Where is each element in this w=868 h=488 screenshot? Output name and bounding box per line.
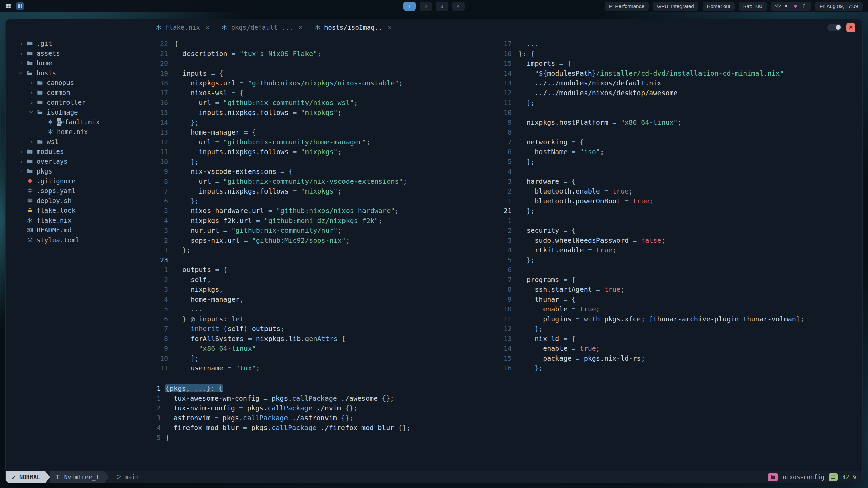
- code-line[interactable]: 7 inputs.nixpkgs.follows = "nixpkgs";: [150, 186, 493, 196]
- tree-item-flake-nix[interactable]: flake.nix: [6, 215, 150, 225]
- code-line[interactable]: 8 forAllSystems = nixpkgs.lib.genAttrs [: [150, 334, 493, 344]
- code-line[interactable]: 9 nix-vscode-extensions = {: [150, 167, 493, 177]
- code-line[interactable]: 11 plugins = with pkgs.xfce; [thunar-arc…: [493, 314, 862, 324]
- code-line[interactable]: 8 ssh.startAgent = true;: [493, 285, 862, 294]
- code-line[interactable]: 3 nur.url = "github:nix-community/nur";: [150, 226, 493, 236]
- tree-item-overlays[interactable]: ›overlays: [6, 156, 150, 166]
- code-line[interactable]: 5}: [150, 433, 862, 443]
- code-line[interactable]: 4 rtkit.enable = true;: [493, 245, 862, 255]
- tree-item-home[interactable]: ›home: [6, 58, 150, 68]
- code-line[interactable]: 13 home-manager = {: [150, 127, 493, 137]
- code-line[interactable]: 6 };: [150, 196, 493, 206]
- tab-close-icon[interactable]: ×: [205, 24, 209, 31]
- code-line[interactable]: 20: [150, 59, 493, 68]
- tab-flake-nix[interactable]: flake.nix×: [150, 19, 215, 36]
- tab-hosts-isoimag-[interactable]: hosts/isoImag..×: [309, 19, 398, 36]
- code-line[interactable]: 17 nixos-wsl = {: [150, 88, 493, 98]
- status-pill[interactable]: GPU: Integrated: [653, 2, 698, 11]
- wifi-icon[interactable]: [775, 3, 781, 9]
- chevron-right-icon[interactable]: ›: [17, 39, 25, 47]
- status-pill[interactable]: Bat: 100: [739, 2, 767, 11]
- code-line[interactable]: 12 url = "github:nix-community/home-mana…: [150, 137, 493, 147]
- code-line[interactable]: 7 inherit (self) outputs;: [150, 324, 493, 334]
- code-line[interactable]: 8 url = "github:nix-community/nix-vscode…: [150, 177, 493, 186]
- code-line[interactable]: 9 nixpkgs.hostPlatform = "x86_64-linux";: [493, 118, 862, 127]
- chevron-right-icon[interactable]: ›: [17, 59, 25, 67]
- code-line[interactable]: 15 imports = [: [493, 59, 862, 68]
- tree-item-flake-lock[interactable]: flake.lock: [6, 205, 150, 215]
- tree-item-default-nix[interactable]: default.nix: [6, 117, 150, 127]
- code-line[interactable]: 4 firefox-mod-blur = pkgs.callPackage ./…: [150, 423, 862, 433]
- code-line[interactable]: 3 nixpkgs,: [150, 285, 493, 294]
- tab-close-icon[interactable]: ×: [298, 24, 302, 31]
- window-toggle[interactable]: [827, 24, 842, 31]
- code-line[interactable]: 5 nixos-hardware.url = "github:nixos/nix…: [150, 206, 493, 216]
- code-line[interactable]: 3 sudo.wheelNeedsPassword = false;: [493, 236, 862, 245]
- tree-item-stylua-toml[interactable]: stylua.toml: [6, 235, 150, 245]
- code-line[interactable]: 21 };: [493, 206, 862, 216]
- tree-item-assets[interactable]: ›assets: [6, 48, 150, 58]
- code-line[interactable]: 11 username = "tux";: [150, 363, 493, 373]
- tree-item-pkgs[interactable]: ›pkgs: [6, 166, 150, 176]
- tab-pkgs-default-[interactable]: pkgs/default ...×: [215, 19, 308, 36]
- code-line[interactable]: 12 };: [493, 324, 862, 334]
- code-line[interactable]: 14 enable = true;: [493, 344, 862, 353]
- tree-item-controller[interactable]: ›controller: [6, 97, 150, 107]
- code-line[interactable]: 13 ../../modules/nixos/default.nix: [493, 78, 862, 88]
- layout-indicator-icon[interactable]: [16, 2, 24, 10]
- code-line[interactable]: 3 hardware = {: [493, 177, 862, 186]
- code-line[interactable]: 5 ...: [150, 304, 493, 314]
- chevron-right-icon[interactable]: ›: [17, 167, 25, 175]
- tree-item--gitignore[interactable]: .gitignore: [6, 176, 150, 186]
- tree-item-hosts[interactable]: ›hosts: [6, 68, 150, 78]
- tree-item--sops-yaml[interactable]: .sops.yaml: [6, 186, 150, 196]
- code-line[interactable]: 10 };: [150, 157, 493, 167]
- code-line[interactable]: 10: [493, 108, 862, 118]
- code-line[interactable]: 1{pkgs, ...}: {: [150, 384, 862, 393]
- code-line[interactable]: 14 };: [150, 118, 493, 127]
- code-line[interactable]: 1 tux-awesome-wm-config = pkgs.callPacka…: [150, 393, 862, 403]
- code-line[interactable]: 2 bluetooth.enable = true;: [493, 186, 862, 196]
- code-line[interactable]: 1 bluetooth.powerOnBoot = true;: [493, 196, 862, 206]
- chevron-right-icon[interactable]: ›: [17, 157, 25, 165]
- code-line[interactable]: 1 };: [150, 245, 493, 255]
- chevron-right-icon[interactable]: ›: [17, 49, 25, 57]
- pane-flake-nix[interactable]: 22{21 description = "tux's NixOS Flake";…: [150, 36, 493, 375]
- code-line[interactable]: 16 };: [493, 363, 862, 373]
- chevron-right-icon[interactable]: ›: [17, 147, 25, 156]
- tree-item-canopus[interactable]: ›canopus: [6, 78, 150, 87]
- code-line[interactable]: 7 programs = {: [493, 275, 862, 285]
- code-line[interactable]: 8: [493, 127, 862, 137]
- code-line[interactable]: 5 };: [493, 157, 862, 167]
- code-line[interactable]: 6 hostName = "iso";: [493, 147, 862, 157]
- file-tree[interactable]: ›.git›assets›home›hosts›canopus›common›c…: [6, 36, 150, 471]
- code-line[interactable]: 6: [493, 265, 862, 275]
- tree-item-common[interactable]: ›common: [6, 87, 150, 97]
- chevron-right-icon[interactable]: ›: [27, 98, 36, 106]
- tree-item-deploy-sh[interactable]: deploy.sh: [6, 196, 150, 205]
- code-line[interactable]: 6 } @ inputs: let: [150, 314, 493, 324]
- code-line[interactable]: 2 sops-nix.url = "github:Mic92/sops-nix"…: [150, 236, 493, 245]
- code-line[interactable]: 4: [493, 167, 862, 177]
- code-line[interactable]: 13 nix-ld = {: [493, 334, 862, 344]
- tree-item-home-nix[interactable]: home.nix: [6, 127, 150, 137]
- code-line[interactable]: 15 package = pkgs.nix-ld-rs;: [493, 353, 862, 363]
- code-line[interactable]: 16 url = "github:nix-community/nixos-wsl…: [150, 98, 493, 108]
- tree-item-wsl[interactable]: ›wsl: [6, 137, 150, 146]
- code-line[interactable]: 2 tux-nvim-config = pkgs.callPackage ./n…: [150, 403, 862, 413]
- code-line[interactable]: 19 inputs = {: [150, 68, 493, 78]
- tab-close-icon[interactable]: ×: [388, 24, 391, 31]
- workspace-button-1[interactable]: 1: [403, 2, 416, 11]
- record-icon[interactable]: [793, 4, 798, 9]
- clock[interactable]: Fri Aug 09, 17:09: [815, 2, 863, 11]
- code-line[interactable]: 15 inputs.nixpkgs.follows = "nixpkgs";: [150, 108, 493, 118]
- code-line[interactable]: 2 security = {: [493, 226, 862, 236]
- workspace-button-4[interactable]: 4: [452, 2, 465, 11]
- chevron-right-icon[interactable]: ›: [27, 138, 36, 146]
- tree-item-readme-md[interactable]: README.md: [6, 225, 150, 235]
- tree-item--git[interactable]: ›.git: [6, 38, 150, 48]
- workspace-button-2[interactable]: 2: [420, 2, 432, 11]
- tree-item-isoimage[interactable]: ›isoImage: [6, 107, 150, 117]
- app-launcher-icon[interactable]: [5, 3, 11, 9]
- chevron-down-icon[interactable]: ›: [17, 69, 25, 77]
